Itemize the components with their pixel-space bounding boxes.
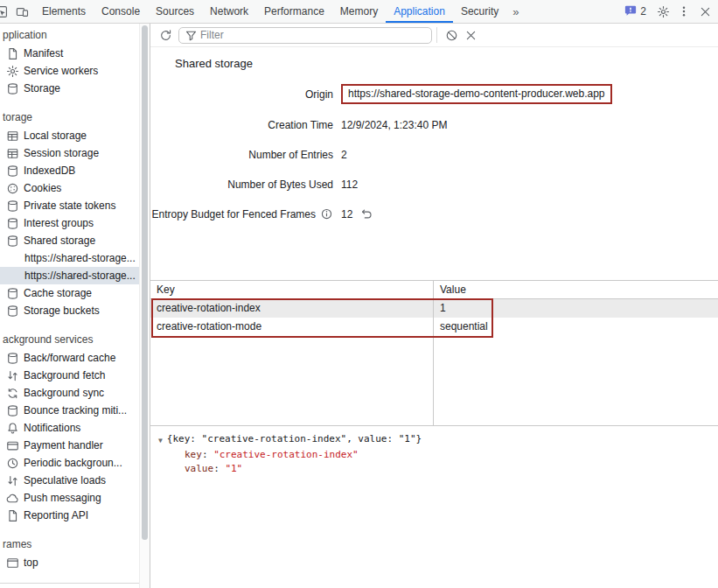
delete-selected-icon[interactable] — [461, 25, 480, 45]
clock-icon — [5, 457, 19, 470]
table-row[interactable]: creative-rotation-index 1 — [150, 299, 718, 318]
metadata-section: Origin https://shared-storage-demo-conte… — [150, 84, 718, 234]
toolbar-divider — [436, 27, 437, 43]
sidebar-item[interactable]: Periodic backgroun... — [0, 454, 150, 472]
sidebar-bottom-divider — [0, 583, 139, 584]
panel-tab[interactable]: Memory — [332, 0, 386, 23]
panel-tab[interactable]: Elements — [34, 0, 94, 23]
sidebar-item[interactable]: Notifications — [0, 419, 150, 437]
sidebar-item[interactable]: Push messaging — [0, 489, 150, 507]
cloud-icon — [5, 492, 19, 505]
table-row[interactable]: creative-rotation-mode sequential — [150, 318, 718, 336]
sidebar-item-label: Private state tokens — [24, 200, 115, 212]
metadata-value-text: 2 — [341, 149, 347, 161]
panel-tab[interactable]: Performance — [256, 0, 332, 23]
sidebar-item[interactable]: Service workers — [0, 62, 150, 80]
sidebar-item[interactable]: Private state tokens — [0, 197, 150, 214]
bell-icon — [5, 422, 19, 435]
sidebar-item[interactable]: Session storage — [0, 144, 150, 162]
table-cell-value: sequential — [434, 318, 718, 336]
column-header-value[interactable]: Value — [434, 281, 718, 298]
table-cell-value: 1 — [434, 299, 718, 318]
filter-placeholder: Filter — [200, 29, 224, 41]
sidebar-item[interactable]: https://shared-storage... — [0, 267, 150, 284]
sync-icon — [5, 387, 19, 400]
inspect-element-icon[interactable] — [0, 1, 11, 22]
database-icon — [5, 82, 19, 95]
table-body: creative-rotation-index 1 creative-rotat… — [150, 299, 718, 336]
expand-arrow-icon[interactable]: ▼ — [158, 432, 163, 448]
table-icon — [5, 147, 19, 160]
sidebar-item[interactable]: Storage — [0, 80, 150, 97]
sidebar-item[interactable]: Local storage — [0, 127, 150, 144]
database-icon — [5, 404, 19, 417]
sidebar-item[interactable]: Shared storage — [0, 232, 150, 249]
clear-all-icon[interactable] — [442, 25, 461, 45]
sidebar-section-header: pplication — [0, 25, 150, 45]
settings-gear-icon[interactable] — [652, 1, 673, 22]
table-icon — [5, 130, 19, 143]
sidebar-item[interactable]: Background sync — [0, 384, 150, 402]
column-header-key[interactable]: Key — [150, 281, 434, 298]
property-value: "creative-rotation-index" — [213, 449, 359, 460]
sidebar-scrollbar-thumb[interactable] — [142, 25, 148, 540]
sidebar-item[interactable]: Cache storage — [0, 284, 150, 302]
sidebar-item[interactable]: IndexedDB — [0, 162, 150, 179]
panel-tab[interactable]: Sources — [148, 0, 202, 23]
device-toolbar-icon[interactable] — [11, 1, 32, 22]
more-options-icon[interactable] — [673, 1, 694, 22]
sidebar-item[interactable]: Cookies — [0, 179, 150, 197]
fetch-icon — [5, 474, 19, 487]
filter-icon — [184, 28, 198, 42]
sidebar-item[interactable]: Speculative loads — [0, 472, 150, 489]
tabbar-left-icons — [0, 0, 34, 23]
sidebar-item[interactable]: Back/forward cache — [0, 349, 150, 367]
sidebar-item[interactable]: Payment handler — [0, 437, 150, 454]
sidebar-item[interactable]: Background fetch — [0, 367, 150, 384]
sidebar-item-label: top — [24, 556, 38, 569]
database-icon — [5, 304, 19, 318]
sidebar-section-header: rames — [0, 535, 150, 554]
panel-tab[interactable]: Network — [202, 0, 256, 23]
sidebar-item-label: Cache storage — [24, 287, 92, 299]
sidebar-item-label: Session storage — [24, 147, 99, 159]
sidebar-item[interactable]: Storage buckets — [0, 302, 150, 319]
preview-properties: key: "creative-rotation-index" value: "1… — [158, 448, 718, 476]
metadata-label: Creation Time — [150, 119, 341, 131]
panel-tab[interactable]: Console — [94, 0, 148, 23]
page-title: Shared storage — [175, 57, 718, 70]
tabbar-right-icons: 2 — [618, 0, 718, 23]
filter-input[interactable]: Filter — [178, 27, 432, 44]
sidebar-item[interactable]: Manifest — [0, 45, 150, 62]
metadata-row: Number of Entries 2 — [150, 145, 718, 164]
sidebar-item-label: https://shared-storage... — [24, 270, 136, 282]
database-icon — [5, 234, 19, 248]
worker-icon — [5, 65, 19, 78]
sidebar-item[interactable]: top — [0, 554, 150, 571]
sidebar-item-label: Payment handler — [24, 439, 103, 452]
info-icon[interactable] — [320, 207, 333, 220]
metadata-label: Number of Bytes Used — [150, 178, 341, 191]
sidebar-section-header: torage — [0, 108, 150, 127]
sidebar-section: pplication Manifest — [0, 25, 150, 97]
reset-budget-icon[interactable] — [360, 207, 373, 220]
metadata-row: Number of Bytes Used 112 — [150, 175, 718, 193]
sidebar-item[interactable]: Interest groups — [0, 214, 150, 232]
metadata-row: Creation Time 12/9/2024, 1:23:40 PM — [150, 116, 718, 134]
sidebar-item-label: Notifications — [24, 422, 80, 434]
close-devtools-icon[interactable] — [694, 1, 715, 22]
sidebar-item[interactable]: Bounce tracking miti... — [0, 402, 150, 419]
issues-indicator[interactable]: 2 — [618, 4, 652, 19]
sidebar-item[interactable]: https://shared-storage... — [0, 249, 150, 267]
panel-tab[interactable]: Security — [453, 0, 506, 23]
refresh-icon[interactable] — [156, 25, 175, 45]
metadata-label: Origin — [150, 88, 341, 101]
sidebar-item-label: Cookies — [24, 182, 61, 194]
preview-property: key: "creative-rotation-index" — [185, 448, 718, 462]
sidebar-scrollbar[interactable] — [139, 24, 150, 588]
more-tabs-button[interactable]: » — [506, 0, 525, 23]
database-icon — [5, 352, 19, 365]
sidebar-section: torage Local storage — [0, 108, 150, 319]
panel-tab[interactable]: Application — [386, 0, 453, 23]
sidebar-item[interactable]: Reporting API — [0, 507, 150, 524]
